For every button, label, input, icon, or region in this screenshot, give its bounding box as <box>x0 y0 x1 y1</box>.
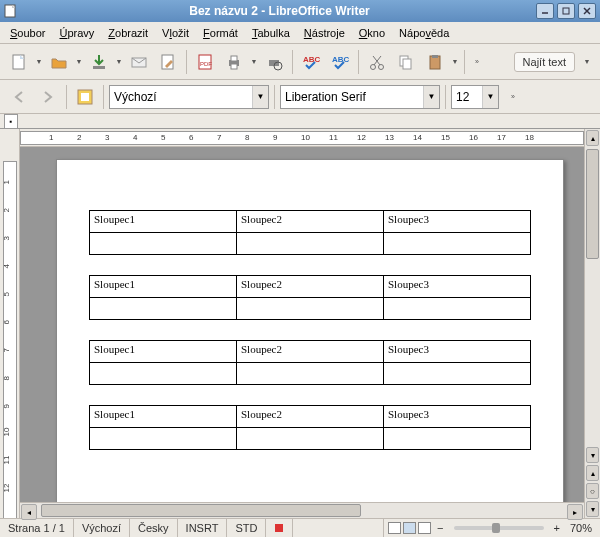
table-cell[interactable] <box>384 233 531 255</box>
ruler-mark: 10 <box>2 428 11 437</box>
table-cell[interactable]: Sloupec2 <box>237 276 384 298</box>
open-button[interactable] <box>46 49 72 75</box>
table-cell[interactable]: Sloupec1 <box>90 211 237 233</box>
scroll-up-button[interactable]: ▴ <box>586 130 599 146</box>
view-layout-buttons[interactable] <box>384 522 435 534</box>
nav-prev-button[interactable]: ▴ <box>586 465 599 481</box>
menu-nastroje[interactable]: Nástroje <box>298 25 351 41</box>
paragraph-style-combo[interactable]: Výchozí ▼ <box>109 85 269 109</box>
horizontal-scrollbar[interactable]: ◂ ▸ <box>20 502 584 518</box>
menu-napoveda[interactable]: Nápověda <box>393 25 455 41</box>
new-dropdown[interactable]: ▼ <box>35 58 43 65</box>
table-cell[interactable] <box>237 363 384 385</box>
document-table[interactable]: Sloupec1Sloupec2Sloupec3 <box>89 405 531 450</box>
font-name-combo[interactable]: Liberation Serif ▼ <box>280 85 440 109</box>
table-cell[interactable]: Sloupec3 <box>384 406 531 428</box>
nav-forward-button[interactable] <box>35 84 61 110</box>
document-table[interactable]: Sloupec1Sloupec2Sloupec3 <box>89 340 531 385</box>
table-cell[interactable]: Sloupec3 <box>384 276 531 298</box>
copy-button[interactable] <box>393 49 419 75</box>
single-page-icon[interactable] <box>388 522 401 534</box>
book-icon[interactable] <box>418 522 431 534</box>
table-cell[interactable]: Sloupec2 <box>237 211 384 233</box>
font-size-combo[interactable]: 12 ▼ <box>451 85 499 109</box>
menubar: Soubor Úpravy Zobrazit Vložit Formát Tab… <box>0 22 600 44</box>
open-dropdown[interactable]: ▼ <box>75 58 83 65</box>
scroll-down-button[interactable]: ▾ <box>586 447 599 463</box>
scroll-thumb[interactable] <box>586 149 599 259</box>
edit-button[interactable] <box>155 49 181 75</box>
table-cell[interactable] <box>237 233 384 255</box>
multi-page-icon[interactable] <box>403 522 416 534</box>
scroll-right-button[interactable]: ▸ <box>567 504 583 520</box>
zoom-in-button[interactable]: + <box>552 519 562 537</box>
styles-button[interactable] <box>72 84 98 110</box>
nav-next-button[interactable]: ▾ <box>586 501 599 517</box>
print-dropdown[interactable]: ▼ <box>250 58 258 65</box>
table-cell[interactable] <box>90 428 237 450</box>
new-button[interactable] <box>6 49 32 75</box>
table-cell[interactable]: Sloupec2 <box>237 406 384 428</box>
toolbar-overflow[interactable]: » <box>470 58 484 65</box>
spellcheck-button[interactable]: ABC <box>298 49 324 75</box>
maximize-button[interactable] <box>557 3 575 19</box>
table-cell[interactable]: Sloupec3 <box>384 211 531 233</box>
zoom-slider[interactable] <box>454 526 544 530</box>
status-page[interactable]: Strana 1 / 1 <box>0 519 74 537</box>
table-cell[interactable] <box>90 298 237 320</box>
table-cell[interactable]: Sloupec1 <box>90 276 237 298</box>
nav-back-button[interactable] <box>6 84 32 110</box>
table-cell[interactable]: Sloupec1 <box>90 406 237 428</box>
document-tab[interactable]: ▪ <box>4 114 18 128</box>
menu-okno[interactable]: Okno <box>353 25 391 41</box>
table-cell[interactable] <box>384 298 531 320</box>
zoom-out-button[interactable]: − <box>435 519 445 537</box>
svg-rect-6 <box>93 66 105 69</box>
menu-vlozit[interactable]: Vložit <box>156 25 195 41</box>
table-cell[interactable] <box>237 428 384 450</box>
close-button[interactable] <box>578 3 596 19</box>
save-button[interactable] <box>86 49 112 75</box>
table-cell[interactable]: Sloupec2 <box>237 341 384 363</box>
vertical-scrollbar[interactable]: ▴ ▾ ▴ ○ ▾ <box>584 129 600 518</box>
scroll-left-button[interactable]: ◂ <box>21 504 37 520</box>
formatting-overflow[interactable]: » <box>506 93 520 100</box>
scroll-thumb[interactable] <box>41 504 361 517</box>
status-selection[interactable]: STD <box>227 519 266 537</box>
ruler-mark: 10 <box>301 133 310 142</box>
table-cell[interactable] <box>384 428 531 450</box>
paste-dropdown[interactable]: ▼ <box>451 58 459 65</box>
table-cell[interactable] <box>90 233 237 255</box>
email-button[interactable] <box>126 49 152 75</box>
document-canvas[interactable]: Sloupec1Sloupec2Sloupec3Sloupec1Sloupec2… <box>20 147 584 502</box>
print-button[interactable] <box>221 49 247 75</box>
status-language[interactable]: Česky <box>130 519 178 537</box>
find-overflow[interactable]: ▼ <box>580 58 594 65</box>
menu-upravy[interactable]: Úpravy <box>53 25 100 41</box>
export-pdf-button[interactable]: PDF <box>192 49 218 75</box>
print-preview-button[interactable] <box>261 49 287 75</box>
status-spacer <box>293 519 384 537</box>
save-dropdown[interactable]: ▼ <box>115 58 123 65</box>
autospell-button[interactable]: ABC <box>327 49 353 75</box>
minimize-button[interactable] <box>536 3 554 19</box>
table-cell[interactable]: Sloupec1 <box>90 341 237 363</box>
status-modified[interactable] <box>266 519 293 537</box>
document-table[interactable]: Sloupec1Sloupec2Sloupec3 <box>89 210 531 255</box>
menu-tabulka[interactable]: Tabulka <box>246 25 296 41</box>
menu-zobrazit[interactable]: Zobrazit <box>102 25 154 41</box>
table-cell[interactable] <box>237 298 384 320</box>
cut-button[interactable] <box>364 49 390 75</box>
table-cell[interactable]: Sloupec3 <box>384 341 531 363</box>
find-text-box[interactable]: Najít text <box>514 52 575 72</box>
document-table[interactable]: Sloupec1Sloupec2Sloupec3 <box>89 275 531 320</box>
zoom-percent[interactable]: 70% <box>562 519 600 537</box>
menu-soubor[interactable]: Soubor <box>4 25 51 41</box>
table-cell[interactable] <box>384 363 531 385</box>
status-style[interactable]: Výchozí <box>74 519 130 537</box>
table-cell[interactable] <box>90 363 237 385</box>
nav-object-button[interactable]: ○ <box>586 483 599 499</box>
status-insert[interactable]: INSRT <box>178 519 228 537</box>
paste-button[interactable] <box>422 49 448 75</box>
menu-format[interactable]: Formát <box>197 25 244 41</box>
